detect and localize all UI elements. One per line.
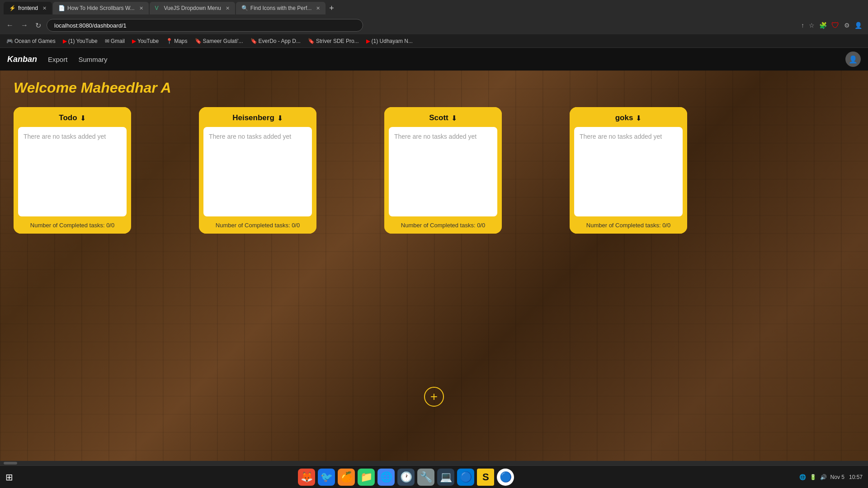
address-bar: ← → ↻ ↑ ☆ 🧩 🛡 ⚙ 👤 — [0, 16, 868, 34]
settings-icon[interactable]: ⚙ — [843, 20, 851, 30]
system-icon: 🔧 — [420, 471, 432, 483]
scroll-thumb[interactable] — [4, 462, 17, 465]
taskbar-app-firefox[interactable]: 🦊 — [298, 469, 315, 486]
firefox-icon: 🦊 — [301, 471, 313, 483]
taskbar-grid-button[interactable]: ⊞ — [5, 472, 13, 483]
nav-export[interactable]: Export — [48, 56, 67, 63]
address-actions: ↑ ☆ 🧩 🛡 ⚙ 👤 — [800, 19, 863, 32]
reload-button[interactable]: ↻ — [33, 19, 43, 32]
bookmark-sameer[interactable]: 🔖 Sameer Gulati'... — [192, 37, 246, 45]
tab-close-icons[interactable]: ✕ — [316, 5, 320, 11]
extensions-icon[interactable]: 🧩 — [818, 20, 828, 30]
tab-icons[interactable]: 🔍 Find Icons with the Perf... ✕ — [236, 2, 326, 14]
column-todo-no-tasks: There are no tasks added yet — [24, 133, 106, 140]
files-icon: 📁 — [360, 471, 373, 483]
taskbar-app-files[interactable]: 📁 — [358, 469, 375, 486]
column-heisenberg-no-tasks: There are no tasks added yet — [209, 133, 291, 140]
forward-button[interactable]: → — [19, 19, 30, 31]
column-goks-no-tasks: There are no tasks added yet — [580, 133, 662, 140]
tab-title-scrollbars: How To Hide Scrollbars W... — [67, 5, 135, 11]
taskbar-app-thunderbird[interactable]: 🐦 — [318, 469, 335, 486]
chrome-icon: 🔵 — [500, 471, 512, 483]
tab-scrollbars[interactable]: 📄 How To Hide Scrollbars W... ✕ — [53, 2, 149, 14]
column-scott-body[interactable]: There are no tasks added yet — [389, 127, 497, 216]
taskbar-app-clock[interactable]: 🕐 — [397, 469, 415, 486]
tab-title-vuejs: VueJS Dropdown Menu — [164, 5, 221, 11]
ocean-games-icon: 🎮 — [6, 38, 13, 44]
tab-favicon-frontend: ⚡ — [9, 5, 15, 11]
bookmark-gmail[interactable]: ✉ Gmail — [102, 37, 127, 45]
tab-favicon-scrollbars: 📄 — [58, 5, 65, 11]
column-scott: Scott ⬇ There are no tasks added yet Num… — [384, 107, 502, 234]
taskbar-app-ide[interactable]: 🔵 — [457, 469, 474, 486]
bookmark-youtube-1[interactable]: ▶ (1) YouTube — [60, 37, 100, 45]
taskbar-app-chrome[interactable]: 🔵 — [497, 469, 514, 486]
nav-avatar[interactable]: 👤 — [845, 52, 861, 67]
column-todo-header: Todo ⬇ — [14, 107, 131, 127]
taskbar-app-linux[interactable]: 🍊 — [338, 469, 355, 486]
app-wrapper: Welcome Maheedhar A Todo ⬇ There are no … — [0, 70, 868, 488]
column-goks-header: goks ⬇ — [570, 107, 687, 127]
taskbar-app-browser-2[interactable]: 🌐 — [377, 469, 395, 486]
column-scott-title: Scott — [429, 113, 448, 122]
column-heisenberg-footer: Number of Completed tasks: 0/0 — [199, 216, 316, 234]
column-todo-footer: Number of Completed tasks: 0/0 — [14, 216, 131, 234]
taskbar-app-terminal[interactable]: 💻 — [437, 469, 454, 486]
tab-close-scrollbars[interactable]: ✕ — [139, 5, 143, 11]
star-icon[interactable]: ☆ — [807, 20, 816, 30]
column-heisenberg: Heisenberg ⬇ There are no tasks added ye… — [199, 107, 316, 234]
column-heisenberg-body[interactable]: There are no tasks added yet — [203, 127, 312, 216]
bookmark-ocean-of-games[interactable]: 🎮 Ocean of Games — [4, 37, 58, 45]
bookmark-striver[interactable]: 🔖 Striver SDE Pro... — [305, 37, 362, 45]
column-todo-icon: ⬇ — [80, 114, 86, 122]
tab-close-vuejs[interactable]: ✕ — [226, 5, 230, 11]
nav-summary[interactable]: Summary — [78, 56, 107, 63]
thunderbird-icon: 🐦 — [321, 471, 333, 483]
bookmark-youtube-2[interactable]: ▶ YouTube — [129, 37, 161, 45]
back-button[interactable]: ← — [5, 19, 15, 31]
bookmark-udhayam[interactable]: ▶ (1) Udhayam N... — [363, 37, 415, 45]
taskbar-network-icon: 🌐 — [799, 474, 806, 480]
new-tab-button[interactable]: + — [326, 4, 337, 13]
address-input[interactable] — [47, 19, 363, 32]
avatar-icon: 👤 — [849, 55, 858, 64]
bookmark-everdo[interactable]: 🔖 EverDo - App D... — [248, 37, 303, 45]
column-scott-completed: Number of Completed tasks: 0/0 — [401, 222, 485, 229]
column-scott-footer: Number of Completed tasks: 0/0 — [384, 216, 502, 234]
browser-2-icon: 🌐 — [380, 471, 392, 483]
tab-close-frontend[interactable]: ✕ — [42, 5, 47, 11]
youtube-1-icon: ▶ — [63, 38, 67, 44]
linux-icon: 🍊 — [340, 471, 353, 483]
browser-menu-icon[interactable]: 🛡 — [830, 19, 841, 32]
column-goks-body[interactable]: There are no tasks added yet — [574, 127, 683, 216]
terminal-icon: 💻 — [440, 471, 452, 483]
taskbar-app-sublime[interactable]: S — [477, 469, 494, 486]
column-todo-completed: Number of Completed tasks: 0/0 — [30, 222, 114, 229]
tab-favicon-icons: 🔍 — [241, 5, 248, 11]
youtube-2-icon: ▶ — [132, 38, 136, 44]
nav-brand[interactable]: Kanban — [7, 55, 37, 64]
column-todo-title: Todo — [59, 113, 77, 122]
taskbar-datetime: Nov 5 10:57 — [830, 474, 863, 480]
horizontal-scrollbar[interactable] — [0, 461, 868, 465]
column-scott-no-tasks: There are no tasks added yet — [394, 133, 476, 140]
taskbar-battery-icon: 🔋 — [810, 474, 816, 480]
sameer-icon: 🔖 — [195, 38, 202, 44]
taskbar-time: 10:57 — [849, 474, 863, 480]
tab-vuejs[interactable]: V VueJS Dropdown Menu ✕ — [150, 2, 235, 14]
tab-favicon-vuejs: V — [155, 5, 161, 11]
striver-icon: 🔖 — [308, 38, 315, 44]
kanban-background: Welcome Maheedhar A Todo ⬇ There are no … — [0, 70, 868, 488]
profile-icon[interactable]: 👤 — [853, 20, 863, 30]
add-board-button[interactable]: + — [424, 387, 444, 407]
browser-chrome: ⚡ frontend ✕ 📄 How To Hide Scrollbars W.… — [0, 0, 868, 48]
column-todo-body[interactable]: There are no tasks added yet — [18, 127, 127, 216]
kanban-board: Todo ⬇ There are no tasks added yet Numb… — [14, 107, 854, 234]
udhayam-icon: ▶ — [366, 38, 370, 44]
bookmark-maps[interactable]: 📍 Maps — [163, 37, 190, 45]
taskbar-app-system[interactable]: 🔧 — [417, 469, 434, 486]
tab-frontend[interactable]: ⚡ frontend ✕ — [4, 2, 52, 14]
taskbar-volume-icon: 🔊 — [820, 474, 827, 480]
tab-title-frontend: frontend — [18, 5, 38, 11]
share-icon[interactable]: ↑ — [800, 20, 806, 30]
